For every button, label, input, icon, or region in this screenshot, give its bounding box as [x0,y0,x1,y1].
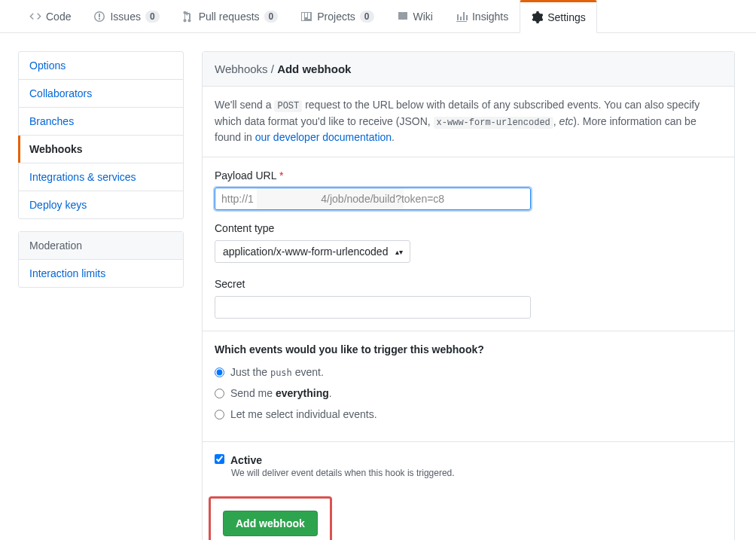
post-code: POST [274,100,302,112]
tab-settings[interactable]: Settings [520,0,597,33]
secret-section: Secret [203,275,734,331]
submit-highlight-box: Add webhook [209,496,332,540]
dev-docs-link[interactable]: our developer documentation [255,131,392,143]
content-type-label: Content type [215,222,722,234]
sidebar-menu-main: Options Collaborators Branches Webhooks … [18,51,184,219]
active-help-text: We will deliver event details when this … [231,468,722,478]
sidebar-item-interaction-limits[interactable]: Interaction limits [19,260,183,287]
radio-select-events-label[interactable]: Let me select individual events. [230,408,377,420]
sidebar-item-deploy-keys[interactable]: Deploy keys [19,191,183,218]
active-label: Active [230,454,262,466]
ctype-code: x-www-form-urlencoded [434,117,553,129]
repo-tabnav: Code Issues 0 Pull requests 0 Projects 0… [0,0,756,33]
radio-everything[interactable] [215,389,224,398]
tab-pull-requests[interactable]: Pull requests 0 [171,0,290,32]
events-title: Which events would you like to trigger t… [215,343,722,355]
tab-label: Issues [110,11,140,23]
radio-select-events[interactable] [215,410,224,419]
issue-icon [93,11,105,23]
required-asterisk: * [279,169,283,182]
tab-label: Code [46,11,71,23]
code-icon [29,11,41,23]
tab-issues[interactable]: Issues 0 [82,0,170,32]
add-webhook-button[interactable]: Add webhook [223,511,318,536]
tab-label: Wiki [413,11,433,23]
breadcrumb: Webhooks / Add webhook [203,52,734,87]
sidebar-item-integrations[interactable]: Integrations & services [19,163,183,191]
radio-row-select-events: Let me select individual events. [215,408,722,420]
pulls-count: 0 [264,11,279,23]
tab-code[interactable]: Code [18,0,82,32]
tab-wiki[interactable]: Wiki [386,0,444,32]
active-checkbox[interactable] [215,454,224,464]
sidebar-item-collaborators[interactable]: Collaborators [19,80,183,108]
tab-label: Settings [547,11,586,23]
tab-label: Insights [472,11,508,23]
settings-container: Options Collaborators Branches Webhooks … [0,33,753,540]
gear-icon [531,11,543,23]
breadcrumb-current: Add webhook [277,63,351,75]
projects-count: 0 [360,11,374,23]
webhook-box: Webhooks / Add webhook We'll send a POST… [202,51,735,540]
tab-insights[interactable]: Insights [444,0,520,32]
breadcrumb-parent: Webhooks [215,63,268,75]
sidebar-item-branches[interactable]: Branches [19,108,183,136]
pull-request-icon [182,11,194,23]
project-icon [300,11,312,23]
tab-label: Pull requests [199,11,260,23]
content-type-select[interactable]: application/x-www-form-urlencoded [215,240,410,263]
payload-url-label: Payload URL * [215,169,722,182]
secret-label: Secret [215,278,722,290]
payload-url-input[interactable] [215,188,531,210]
intro-text: We'll send a POST request to the URL bel… [203,87,734,157]
breadcrumb-sep: / [268,63,278,75]
secret-input[interactable] [215,296,531,319]
radio-row-everything: Send me everything. [215,387,722,399]
radio-everything-label[interactable]: Send me everything. [230,387,332,399]
tab-projects[interactable]: Projects 0 [289,0,385,32]
radio-row-push: Just the push event. [215,366,722,378]
events-section: Which events would you like to trigger t… [203,331,734,441]
issues-count: 0 [145,11,160,23]
book-icon [397,11,409,23]
sidebar-menu-moderation: Moderation Interaction limits [18,231,184,288]
sidebar-item-options[interactable]: Options [19,52,183,80]
sidebar-heading-moderation: Moderation [19,232,183,260]
main-content: Webhooks / Add webhook We'll send a POST… [202,51,735,540]
content-type-section: Content type application/x-www-form-urle… [203,222,734,275]
active-section: Active We will deliver event details whe… [203,441,734,490]
sidebar-item-webhooks[interactable]: Webhooks [19,136,183,163]
settings-sidebar: Options Collaborators Branches Webhooks … [18,51,184,540]
payload-url-section: Payload URL * [203,157,734,222]
radio-push[interactable] [215,368,224,377]
radio-push-label[interactable]: Just the push event. [230,366,324,378]
graph-icon [456,11,468,23]
tab-label: Projects [317,11,355,23]
